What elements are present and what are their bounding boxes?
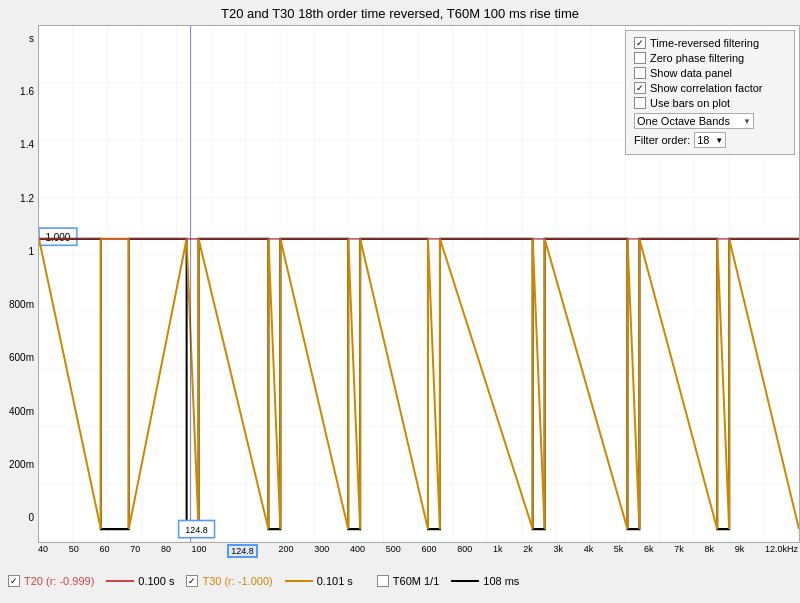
legend-t60m-line: 108 ms	[451, 575, 519, 587]
chart-plot: Time-reversed filtering Zero phase filte…	[38, 25, 800, 543]
option-show-panel[interactable]: Show data panel	[634, 67, 786, 79]
x-label-7k: 7k	[674, 544, 684, 554]
legend-t60m-time: 108 ms	[483, 575, 519, 587]
filter-order-row: Filter order: 18 ▼	[634, 132, 786, 148]
y-axis: s 1.6 1.4 1.2 1 800m 600m 400m 200m 0	[0, 25, 38, 543]
x-label-9k: 9k	[735, 544, 745, 554]
y-label-16: 1.6	[20, 86, 34, 97]
y-label-14: 1.4	[20, 139, 34, 150]
x-axis: 40 50 60 70 80 100 124.8 200 300 400 500…	[0, 543, 800, 559]
x-label-70: 70	[130, 544, 140, 554]
band-select-arrow: ▼	[743, 117, 751, 126]
x-label-200: 200	[279, 544, 294, 554]
option-label-zero-phase: Zero phase filtering	[650, 52, 744, 64]
legend-t30: T30 (r: -1.000)	[186, 575, 272, 587]
filter-order-value: 18	[697, 134, 709, 146]
legend-t20-color	[106, 580, 134, 582]
legend-t30-line: 0.101 s	[285, 575, 353, 587]
y-label-400m: 400m	[9, 406, 34, 417]
y-label-s: s	[29, 33, 34, 44]
y-label-800m: 800m	[9, 299, 34, 310]
x-label-1248: 124.8	[227, 544, 258, 558]
x-label-600: 600	[422, 544, 437, 554]
filter-order-input[interactable]: 18 ▼	[694, 132, 726, 148]
x-label-6k: 6k	[644, 544, 654, 554]
legend-t20-label: T20 (r: -0.999)	[24, 575, 94, 587]
option-zero-phase[interactable]: Zero phase filtering	[634, 52, 786, 64]
legend-t20-line: 0.100 s	[106, 575, 174, 587]
legend-t60m-color	[451, 580, 479, 582]
x-label-500: 500	[386, 544, 401, 554]
option-label-use-bars: Use bars on plot	[650, 97, 730, 109]
svg-text:1.000: 1.000	[45, 232, 70, 243]
legend-t20-time: 0.100 s	[138, 575, 174, 587]
main-container: T20 and T30 18th order time reversed, T6…	[0, 0, 800, 603]
option-label-time-reversed: Time-reversed filtering	[650, 37, 759, 49]
y-label-1: 1	[28, 246, 34, 257]
option-time-reversed[interactable]: Time-reversed filtering	[634, 37, 786, 49]
x-label-300: 300	[314, 544, 329, 554]
y-label-600m: 600m	[9, 352, 34, 363]
y-label-12: 1.2	[20, 193, 34, 204]
legend-area: T20 (r: -0.999) 0.100 s T30 (r: -1.000) …	[0, 559, 800, 603]
legend-t30-color	[285, 580, 313, 582]
checkbox-zero-phase[interactable]	[634, 52, 646, 64]
checkbox-time-reversed[interactable]	[634, 37, 646, 49]
x-label-2k: 2k	[523, 544, 533, 554]
filter-order-label: Filter order:	[634, 134, 690, 146]
x-label-40: 40	[38, 544, 48, 554]
legend-t60m: T60M 1/1	[377, 575, 439, 587]
x-label-400: 400	[350, 544, 365, 554]
legend-t20-checkbox[interactable]	[8, 575, 20, 587]
x-label-60: 60	[99, 544, 109, 554]
checkbox-use-bars[interactable]	[634, 97, 646, 109]
legend-t20: T20 (r: -0.999)	[8, 575, 94, 587]
x-label-12k: 12.0kHz	[765, 544, 798, 554]
filter-order-arrow: ▼	[715, 136, 723, 145]
option-label-show-panel: Show data panel	[650, 67, 732, 79]
legend-t60m-label: T60M 1/1	[393, 575, 439, 587]
checkbox-show-correlation[interactable]	[634, 82, 646, 94]
options-panel: Time-reversed filtering Zero phase filte…	[625, 30, 795, 155]
band-select-row: One Octave Bands ▼	[634, 113, 786, 129]
x-label-50: 50	[69, 544, 79, 554]
x-label-100: 100	[192, 544, 207, 554]
option-label-show-correlation: Show correlation factor	[650, 82, 763, 94]
svg-text:124.8: 124.8	[185, 525, 207, 535]
x-label-80: 80	[161, 544, 171, 554]
x-label-4k: 4k	[584, 544, 594, 554]
y-label-0: 0	[28, 512, 34, 523]
legend-t30-time: 0.101 s	[317, 575, 353, 587]
legend-t30-checkbox[interactable]	[186, 575, 198, 587]
x-label-5k: 5k	[614, 544, 624, 554]
x-label-3k: 3k	[553, 544, 563, 554]
option-use-bars[interactable]: Use bars on plot	[634, 97, 786, 109]
band-select[interactable]: One Octave Bands ▼	[634, 113, 754, 129]
legend-t60m-checkbox[interactable]	[377, 575, 389, 587]
chart-title: T20 and T30 18th order time reversed, T6…	[0, 0, 800, 25]
y-label-200m: 200m	[9, 459, 34, 470]
x-label-1k: 1k	[493, 544, 503, 554]
chart-area: s 1.6 1.4 1.2 1 800m 600m 400m 200m 0 Ti…	[0, 25, 800, 543]
x-label-800: 800	[457, 544, 472, 554]
option-show-correlation[interactable]: Show correlation factor	[634, 82, 786, 94]
band-select-label: One Octave Bands	[637, 115, 730, 127]
x-label-8k: 8k	[705, 544, 715, 554]
checkbox-show-panel[interactable]	[634, 67, 646, 79]
legend-t30-label: T30 (r: -1.000)	[202, 575, 272, 587]
